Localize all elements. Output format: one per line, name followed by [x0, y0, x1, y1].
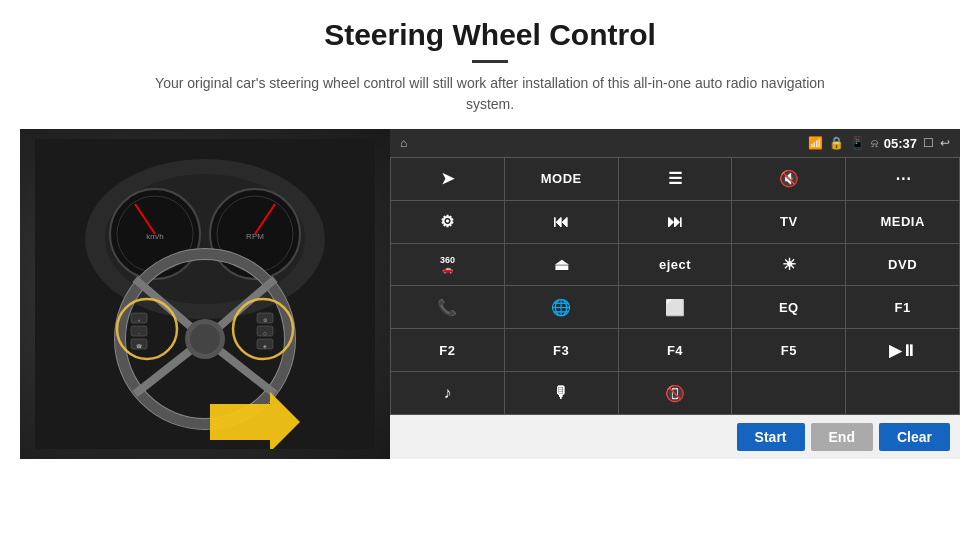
list-icon: ☰: [668, 169, 682, 188]
apps-icon: ⋯: [895, 169, 911, 188]
home-icon: ⌂: [400, 136, 407, 150]
browse-btn[interactable]: 🌐: [505, 286, 618, 328]
f3-label: F3: [553, 343, 569, 358]
f3-btn[interactable]: F3: [505, 329, 618, 371]
apps-btn[interactable]: ⋯: [846, 158, 959, 200]
f4-label: F4: [667, 343, 683, 358]
eject-icon: ⏏: [554, 255, 569, 274]
lock-icon: 🔒: [829, 136, 844, 150]
end-button[interactable]: End: [811, 423, 873, 451]
mic-icon: 🎙: [553, 384, 569, 402]
title-divider: [472, 60, 508, 63]
button-grid: ➤ MODE ☰ 🔇 ⋯ ⚙ ⏮ ⏭ TV MEDIA 360🚗 ⏏ eject…: [390, 157, 960, 415]
f2-btn[interactable]: F2: [391, 329, 504, 371]
device-screen: ⌂ 📶 🔒 📱 ⍾ 05:37 ☐ ↩ ➤ MODE ☰ 🔇: [390, 129, 960, 459]
svg-text:☎: ☎: [136, 343, 142, 349]
brightness-icon: ☀: [782, 255, 796, 274]
settings-btn[interactable]: ⚙: [391, 201, 504, 243]
svg-text:+: +: [138, 317, 141, 323]
wifi-icon: 📶: [808, 136, 823, 150]
call-end-icon: 📵: [665, 384, 685, 403]
360-btn[interactable]: 360🚗: [391, 244, 504, 286]
status-time: 05:37: [884, 136, 917, 151]
next-icon: ⏭: [667, 213, 683, 231]
media-btn[interactable]: MEDIA: [846, 201, 959, 243]
dvd-btn[interactable]: DVD: [846, 244, 959, 286]
f2-label: F2: [439, 343, 455, 358]
playpause-btn[interactable]: ▶⏸: [846, 329, 959, 371]
status-right: 📶 🔒 📱 ⍾ 05:37 ☐ ↩: [808, 136, 950, 151]
start-button[interactable]: Start: [737, 423, 805, 451]
steering-wheel-svg: km/h RPM: [35, 139, 375, 449]
car-image-area: km/h RPM: [20, 129, 390, 459]
music-icon: ♪: [443, 384, 451, 402]
navigate-btn[interactable]: ➤: [391, 158, 504, 200]
360-label: 360🚗: [440, 256, 455, 274]
f5-btn[interactable]: F5: [732, 329, 845, 371]
prev-icon: ⏮: [553, 213, 569, 231]
clear-button[interactable]: Clear: [879, 423, 950, 451]
prev-btn[interactable]: ⏮: [505, 201, 618, 243]
empty-btn-1[interactable]: [732, 372, 845, 414]
screen-icon: ☐: [923, 136, 934, 150]
mute-icon: 🔇: [779, 169, 799, 188]
f1-btn[interactable]: F1: [846, 286, 959, 328]
window-icon: ⬜: [665, 298, 685, 317]
mode-label: MODE: [541, 171, 582, 186]
svg-point-18: [190, 324, 220, 354]
list-btn[interactable]: ☰: [619, 158, 732, 200]
radio-label: eject: [659, 257, 691, 272]
back-icon: ↩: [940, 136, 950, 150]
media-label: MEDIA: [880, 214, 924, 229]
svg-text:◇: ◇: [263, 330, 267, 336]
f5-label: F5: [781, 343, 797, 358]
tv-label: TV: [780, 214, 798, 229]
status-left: ⌂: [400, 136, 407, 150]
browse-icon: 🌐: [551, 298, 571, 317]
window-btn[interactable]: ⬜: [619, 286, 732, 328]
dvd-label: DVD: [888, 257, 917, 272]
brightness-btn[interactable]: ☀: [732, 244, 845, 286]
settings-icon: ⚙: [440, 212, 454, 231]
tv-btn[interactable]: TV: [732, 201, 845, 243]
mic-btn[interactable]: 🎙: [505, 372, 618, 414]
bluetooth-icon: ⍾: [871, 136, 878, 150]
page-title: Steering Wheel Control: [324, 18, 656, 52]
content-row: km/h RPM: [20, 129, 960, 459]
car-background: km/h RPM: [20, 129, 390, 459]
eq-label: EQ: [779, 300, 799, 315]
empty-btn-2[interactable]: [846, 372, 959, 414]
call-end-btn[interactable]: 📵: [619, 372, 732, 414]
radio-btn[interactable]: eject: [619, 244, 732, 286]
phone-icon: 📞: [437, 298, 457, 317]
mode-btn[interactable]: MODE: [505, 158, 618, 200]
playpause-icon: ▶⏸: [889, 341, 917, 360]
eq-btn[interactable]: EQ: [732, 286, 845, 328]
mute-btn[interactable]: 🔇: [732, 158, 845, 200]
next-btn[interactable]: ⏭: [619, 201, 732, 243]
status-bar: ⌂ 📶 🔒 📱 ⍾ 05:37 ☐ ↩: [390, 129, 960, 157]
music-btn[interactable]: ♪: [391, 372, 504, 414]
sim-icon: 📱: [850, 136, 865, 150]
phone-btn[interactable]: 📞: [391, 286, 504, 328]
page-container: Steering Wheel Control Your original car…: [0, 0, 980, 544]
f4-btn[interactable]: F4: [619, 329, 732, 371]
svg-text:◈: ◈: [263, 343, 267, 349]
eject-btn[interactable]: ⏏: [505, 244, 618, 286]
subtitle: Your original car's steering wheel contr…: [140, 73, 840, 115]
bottom-action-bar: Start End Clear: [390, 415, 960, 459]
f1-label: F1: [895, 300, 911, 315]
navigate-icon: ➤: [441, 169, 454, 188]
